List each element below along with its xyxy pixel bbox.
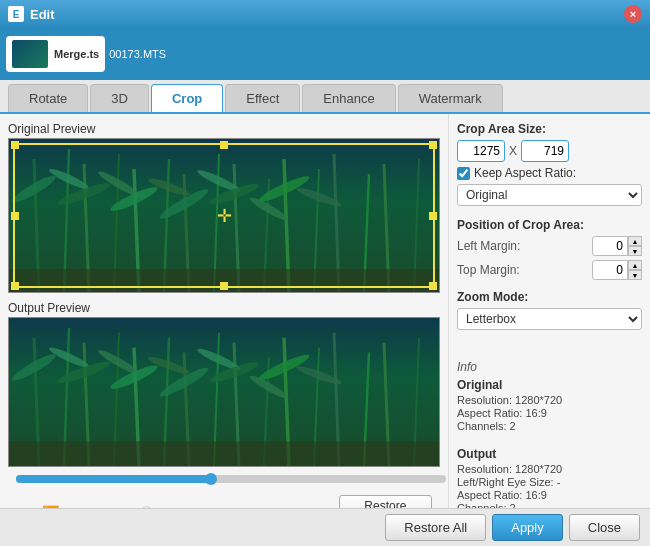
step-back-button[interactable]: ⏪ [40, 505, 61, 508]
original-preview: ✛ [8, 138, 440, 293]
apply-button[interactable]: Apply [492, 514, 563, 541]
output-preview [8, 317, 440, 467]
output-video-frame [9, 318, 439, 466]
file-thumbnail [12, 40, 48, 68]
left-margin-spinner: ▲ ▼ [628, 236, 642, 256]
top-margin-down[interactable]: ▼ [628, 270, 642, 280]
keep-aspect-checkbox[interactable] [457, 167, 470, 180]
crop-size-inputs: X [457, 140, 642, 162]
position-label: Position of Crop Area: [457, 218, 642, 232]
keep-aspect-row: Keep Aspect Ratio: [457, 166, 642, 180]
left-margin-down[interactable]: ▼ [628, 246, 642, 256]
progress-bar[interactable] [16, 475, 446, 483]
left-margin-label: Left Margin: [457, 239, 520, 253]
file-item-merge[interactable]: Merge.ts [6, 36, 105, 72]
tab-3d[interactable]: 3D [90, 84, 149, 112]
info-output-aspect: Aspect Ratio: 16:9 [457, 489, 642, 501]
right-panel: Crop Area Size: X Keep Aspect Ratio: Ori… [448, 114, 650, 508]
zoom-mode-dropdown[interactable]: Letterbox Pan & Scan Full [457, 308, 642, 330]
top-margin-up[interactable]: ▲ [628, 260, 642, 270]
close-window-button[interactable]: × [624, 5, 642, 23]
left-margin-input-group: ▲ ▼ [592, 236, 642, 256]
title-bar: E Edit × [0, 0, 650, 28]
info-original-aspect: Aspect Ratio: 16:9 [457, 407, 642, 419]
info-output-resolution: Resolution: 1280*720 [457, 463, 642, 475]
zoom-mode-label: Zoom Mode: [457, 290, 642, 304]
tab-enhance[interactable]: Enhance [302, 84, 395, 112]
tab-bar: Rotate 3D Crop Effect Enhance Watermark [0, 80, 650, 114]
info-original-label: Original [457, 378, 642, 392]
crop-width-input[interactable] [457, 140, 505, 162]
original-preview-section: Original Preview [8, 122, 440, 293]
time-display: 00:02:13/00:05:08 [236, 506, 333, 508]
action-bar: Restore All Apply Close [0, 508, 650, 546]
info-output-channels: Channels: 2 [457, 502, 642, 508]
app-icon: E [8, 6, 24, 22]
svg-rect-30 [9, 269, 439, 293]
size-separator: X [509, 144, 517, 158]
left-margin-input[interactable] [592, 236, 628, 256]
info-output-label: Output [457, 447, 642, 461]
skip-forward-button[interactable]: ⏭ [113, 505, 131, 508]
close-button[interactable]: Close [569, 514, 640, 541]
top-margin-row: Top Margin: ▲ ▼ [457, 260, 642, 280]
progress-section [8, 471, 440, 489]
original-video-frame: ✛ [9, 139, 439, 292]
svg-rect-61 [9, 441, 439, 466]
output-preview-section: Output Preview [8, 301, 440, 467]
left-margin-up[interactable]: ▲ [628, 236, 642, 246]
stop-button[interactable]: ⏹ [89, 505, 107, 508]
progress-thumb[interactable] [205, 473, 217, 485]
tab-crop[interactable]: Crop [151, 84, 223, 112]
aspect-ratio-dropdown[interactable]: Original 16:9 4:3 1:1 [457, 184, 642, 206]
info-section: Info Original Resolution: 1280*720 Aspec… [457, 360, 642, 508]
tab-effect[interactable]: Effect [225, 84, 300, 112]
info-original-channels: Channels: 2 [457, 420, 642, 432]
file-name: Merge.ts [54, 48, 99, 60]
crop-area-size-section: Crop Area Size: X Keep Aspect Ratio: Ori… [457, 122, 642, 212]
main-content: Original Preview [0, 114, 650, 508]
window-title: Edit [30, 7, 55, 22]
restore-defaults-button[interactable]: Restore Defaults [339, 495, 432, 508]
file-sub-name: 00173.MTS [109, 48, 166, 60]
left-margin-row: Left Margin: ▲ ▼ [457, 236, 642, 256]
keep-aspect-label: Keep Aspect Ratio: [474, 166, 576, 180]
crop-height-input[interactable] [521, 140, 569, 162]
plants-svg [9, 139, 439, 293]
skip-back-button[interactable]: ⏮ [16, 505, 34, 508]
crop-area-size-label: Crop Area Size: [457, 122, 642, 136]
preview-panel: Original Preview [0, 114, 448, 508]
tab-watermark[interactable]: Watermark [398, 84, 503, 112]
file-info: Merge.ts [54, 48, 99, 60]
top-margin-label: Top Margin: [457, 263, 520, 277]
top-margin-input-group: ▲ ▼ [592, 260, 642, 280]
info-title: Info [457, 360, 642, 374]
top-margin-input[interactable] [592, 260, 628, 280]
output-plants-svg [9, 318, 439, 466]
volume-icon: 🔊 [137, 506, 153, 509]
position-section: Position of Crop Area: Left Margin: ▲ ▼ … [457, 218, 642, 284]
restore-all-button[interactable]: Restore All [385, 514, 486, 541]
output-preview-label: Output Preview [8, 301, 440, 315]
zoom-mode-section: Zoom Mode: Letterbox Pan & Scan Full [457, 290, 642, 336]
tab-rotate[interactable]: Rotate [8, 84, 88, 112]
playback-controls: ⏮ ⏪ ▶ ⏹ ⏭ 🔊 | 00:02:13/00:05:08 Restore … [8, 493, 440, 508]
play-button[interactable]: ▶ [67, 504, 83, 509]
info-original-resolution: Resolution: 1280*720 [457, 394, 642, 406]
info-output-eye-size: Left/Right Eye Size: - [457, 476, 642, 488]
top-margin-spinner: ▲ ▼ [628, 260, 642, 280]
original-preview-label: Original Preview [8, 122, 440, 136]
progress-fill [16, 475, 210, 483]
